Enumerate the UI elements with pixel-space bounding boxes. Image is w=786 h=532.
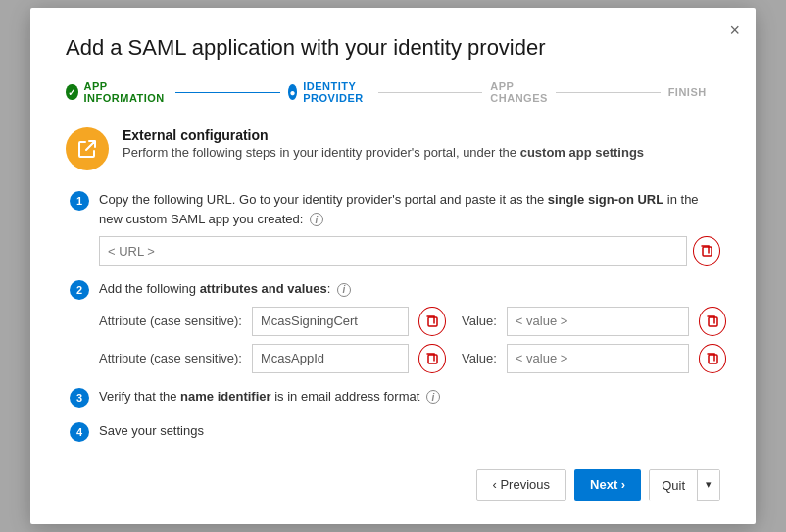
step-1-text: Copy the following URL. Go to your ident… (99, 190, 720, 228)
step-2-text: Add the following attributes and values:… (99, 279, 726, 299)
svg-rect-1 (428, 317, 437, 326)
step-2-row: 2 Add the following attributes and value… (70, 279, 720, 373)
attr-1-value-copy-button[interactable] (699, 307, 726, 336)
stepper-step-app-information: ✓ APP INFORMATION (66, 80, 168, 104)
step-4-text: Save your settings (99, 421, 720, 441)
stepper-step-finish: FINISH (668, 86, 720, 98)
step-4-number: 4 (70, 422, 89, 442)
quit-button-group: Quit ▾ (649, 469, 720, 501)
step-3-number: 3 (70, 388, 89, 408)
modal: × Add a SAML application with your ident… (30, 8, 756, 524)
step-1-row: 1 Copy the following URL. Go to your ide… (70, 190, 720, 266)
step-done-icon: ✓ (66, 84, 78, 100)
step-active-icon: ● (288, 84, 297, 100)
step-label: APP CHANGES (490, 80, 548, 104)
step-3-content: Verify that the name identifier is in em… (99, 387, 720, 407)
step-label: APP INFORMATION (84, 80, 169, 104)
url-copy-button[interactable] (693, 236, 720, 266)
section-description: External configuration Perform the follo… (123, 127, 644, 160)
step-1-input-row (99, 236, 720, 266)
close-button[interactable]: × (729, 22, 740, 39)
step-divider-1 (175, 92, 280, 93)
steps-list: 1 Copy the following URL. Go to your ide… (70, 190, 720, 442)
svg-rect-2 (709, 317, 717, 326)
stepper-step-identity-provider: ● IDENTITY PROVIDER (288, 80, 369, 104)
stepper: ✓ APP INFORMATION ● IDENTITY PROVIDER AP… (66, 80, 720, 104)
svg-rect-0 (703, 247, 712, 256)
attr-1-value-input[interactable] (507, 307, 689, 336)
step-divider-2 (378, 92, 483, 93)
modal-title: Add a SAML application with your identit… (66, 35, 720, 61)
attr-2-label: Attribute (case sensitive): (99, 351, 242, 365)
attr-2-value-label: Value: (462, 351, 497, 365)
url-input[interactable] (99, 236, 687, 266)
step-3-text: Verify that the name identifier is in em… (99, 387, 720, 407)
step-3-row: 3 Verify that the name identifier is in … (70, 387, 720, 408)
step-1-info-icon[interactable]: i (310, 213, 323, 226)
attr-1-value-label: Value: (462, 314, 497, 328)
quit-main-button[interactable]: Quit (650, 470, 697, 502)
step-4-row: 4 Save your settings (70, 421, 720, 442)
step-label: IDENTITY PROVIDER (303, 80, 369, 104)
section-header: External configuration Perform the follo… (66, 127, 720, 170)
attr-1-label: Attribute (case sensitive): (99, 314, 242, 328)
svg-rect-3 (428, 355, 437, 363)
step-4-content: Save your settings (99, 421, 720, 441)
attr-2-copy-button[interactable] (418, 344, 446, 373)
step-label: FINISH (668, 86, 707, 98)
section-desc: Perform the following steps in your iden… (123, 145, 644, 160)
attr-2-input[interactable] (252, 344, 409, 373)
quit-dropdown-button[interactable]: ▾ (697, 470, 719, 500)
attr-2-value-copy-button[interactable] (699, 344, 726, 373)
step-1-content: Copy the following URL. Go to your ident… (99, 190, 720, 266)
external-config-icon (66, 127, 109, 170)
stepper-step-app-changes: APP CHANGES (490, 80, 548, 104)
svg-rect-4 (709, 355, 717, 363)
next-button[interactable]: Next › (574, 469, 641, 501)
step-2-info-icon[interactable]: i (337, 283, 351, 297)
modal-overlay: × Add a SAML application with your ident… (0, 0, 786, 532)
step-divider-3 (556, 92, 661, 93)
section-title: External configuration (123, 127, 644, 143)
step-2-number: 2 (70, 280, 89, 300)
attr-1-copy-button[interactable] (418, 307, 446, 336)
attr-1-input[interactable] (252, 307, 409, 336)
previous-button[interactable]: ‹ Previous (476, 469, 567, 501)
step-1-number: 1 (70, 191, 89, 211)
footer: ‹ Previous Next › Quit ▾ (66, 469, 720, 501)
step-2-content: Add the following attributes and values:… (99, 279, 726, 373)
attr-row-1: Attribute (case sensitive): Value: (99, 307, 726, 336)
step-3-info-icon[interactable]: i (426, 390, 440, 404)
attr-row-2: Attribute (case sensitive): Value: (99, 344, 726, 373)
attr-2-value-input[interactable] (507, 344, 689, 373)
